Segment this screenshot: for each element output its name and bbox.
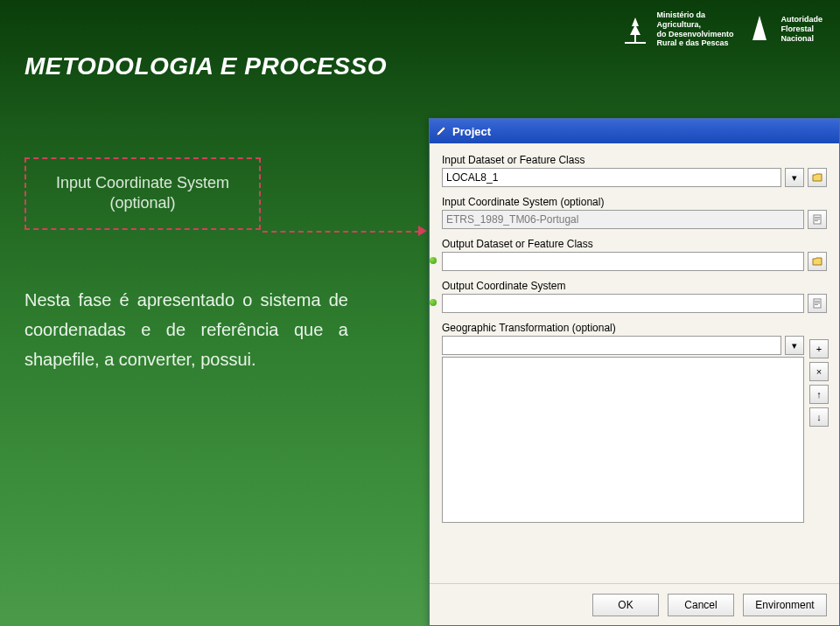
environment-button[interactable]: Environment bbox=[743, 594, 827, 616]
pen-icon bbox=[435, 125, 447, 137]
svg-rect-0 bbox=[625, 42, 646, 44]
input-cs-row: Input Coordinate System (optional) bbox=[442, 196, 827, 229]
tree-icon bbox=[620, 14, 651, 45]
description-text: Nesta fase é apresentado o sistema de co… bbox=[24, 285, 348, 374]
input-dataset-row: Input Dataset or Feature Class ▾ bbox=[442, 154, 827, 187]
dialog-titlebar[interactable]: Project bbox=[430, 119, 839, 143]
logo-text-line: do Desenvolvimento bbox=[656, 30, 733, 39]
arrowhead-icon bbox=[418, 226, 427, 236]
logo-ministerio-text: Ministério da Agricultura, do Desenvolvi… bbox=[656, 10, 733, 48]
logo-ministerio: Ministério da Agricultura, do Desenvolvi… bbox=[620, 10, 733, 48]
output-dataset-field[interactable] bbox=[442, 252, 804, 271]
output-cs-row: Output Coordinate System bbox=[442, 280, 827, 313]
cancel-button[interactable]: Cancel bbox=[668, 594, 734, 616]
svg-rect-8 bbox=[815, 304, 818, 305]
geo-transform-label: Geographic Transformation (optional) bbox=[442, 322, 804, 334]
dialog-body: Input Dataset or Feature Class ▾ Input C… bbox=[430, 143, 839, 583]
geo-transform-list[interactable] bbox=[442, 357, 804, 523]
connector-line bbox=[262, 231, 420, 233]
svg-rect-4 bbox=[815, 220, 818, 221]
page-title: METODOLOGIA E PROCESSO bbox=[24, 52, 387, 80]
logo-afn-text: Autoridade Florestal Nacional bbox=[780, 15, 822, 43]
svg-rect-3 bbox=[815, 219, 820, 219]
logo-text-line: Agricultura, bbox=[656, 20, 733, 30]
dropdown-button[interactable]: ▾ bbox=[785, 168, 804, 187]
output-dataset-label: Output Dataset or Feature Class bbox=[442, 238, 827, 250]
browse-button[interactable] bbox=[808, 252, 827, 271]
browse-button[interactable] bbox=[808, 168, 827, 187]
input-dataset-field[interactable] bbox=[442, 168, 781, 187]
output-dataset-row: Output Dataset or Feature Class bbox=[442, 238, 827, 271]
input-dataset-label: Input Dataset or Feature Class bbox=[442, 154, 827, 166]
properties-button[interactable] bbox=[808, 294, 827, 313]
logo-text-line: Autoridade bbox=[780, 15, 822, 24]
pine-icon bbox=[744, 14, 775, 45]
logo-text-line: Rural e das Pescas bbox=[656, 38, 733, 48]
dialog-footer: OK Cancel Environment bbox=[430, 583, 839, 625]
move-down-button[interactable]: ↓ bbox=[809, 407, 829, 427]
svg-rect-7 bbox=[815, 303, 820, 303]
dropdown-button[interactable]: ▾ bbox=[785, 336, 804, 355]
annotation-callout: Input Coordinate System (optional) bbox=[24, 157, 261, 230]
remove-button[interactable]: × bbox=[809, 362, 829, 381]
move-up-button[interactable]: ↑ bbox=[809, 385, 829, 404]
annotation-line: (optional) bbox=[35, 193, 250, 213]
properties-button[interactable] bbox=[808, 210, 827, 229]
dialog-title: Project bbox=[452, 125, 491, 138]
add-button[interactable]: + bbox=[809, 339, 829, 358]
logo-text-line: Ministério da bbox=[656, 10, 733, 20]
logo-text-line: Florestal bbox=[780, 24, 822, 34]
input-cs-field bbox=[442, 210, 804, 229]
logo-afn: Autoridade Florestal Nacional bbox=[744, 14, 822, 45]
output-cs-label: Output Coordinate System bbox=[442, 280, 827, 292]
geo-transform-row: Geographic Transformation (optional) ▾ +… bbox=[442, 322, 827, 523]
geo-transform-controls: + × ↑ ↓ bbox=[809, 339, 829, 427]
input-cs-label: Input Coordinate System (optional) bbox=[442, 196, 827, 208]
project-dialog: Project Input Dataset or Feature Class ▾… bbox=[429, 118, 840, 626]
logo-text-line: Nacional bbox=[780, 34, 822, 44]
required-indicator-icon bbox=[430, 299, 437, 306]
ok-button[interactable]: OK bbox=[592, 594, 659, 616]
required-indicator-icon bbox=[430, 257, 437, 264]
annotation-line: Input Coordinate System bbox=[35, 173, 250, 193]
header-logos: Ministério da Agricultura, do Desenvolvi… bbox=[620, 10, 822, 48]
svg-rect-2 bbox=[815, 217, 820, 218]
output-cs-field[interactable] bbox=[442, 294, 804, 313]
geo-transform-field[interactable] bbox=[442, 336, 781, 355]
svg-rect-6 bbox=[815, 301, 820, 302]
